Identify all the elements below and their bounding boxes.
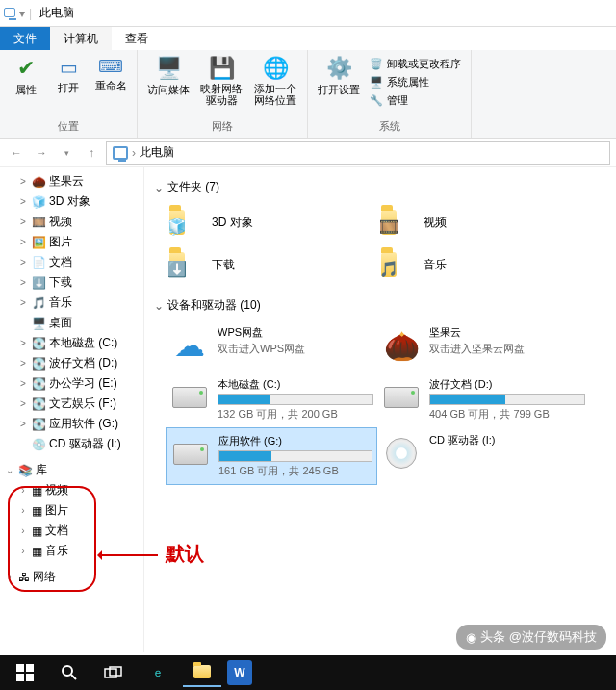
nav-tree: > 🌰 坚果云 > 🧊 3D 对象 > 🎞️ 视频 > 🖼️ 图片 > 📄 文档…: [0, 167, 144, 652]
recent-dropdown[interactable]: ▾: [56, 142, 77, 164]
drive-item[interactable]: 🌰 坚果云 双击进入坚果云网盘: [377, 319, 589, 371]
expand-icon[interactable]: ›: [17, 525, 29, 537]
expand-icon[interactable]: >: [17, 176, 29, 188]
folder-item[interactable]: 🧊 3D 对象: [166, 201, 377, 243]
tree-item[interactable]: 💿 CD 驱动器 (I:): [0, 434, 143, 454]
tree-item[interactable]: > 💽 本地磁盘 (C:): [0, 333, 143, 353]
tree-item[interactable]: > 🌰 坚果云: [0, 171, 143, 192]
tree-item[interactable]: > 📄 文档: [0, 252, 143, 272]
tree-item[interactable]: > 🖼️ 图片: [0, 232, 143, 252]
ribbon: ✔ 属性 ▭ 打开 ⌨ 重命名 位置 🖥️ 访问媒体 💾 映射网络驱动器: [0, 50, 616, 139]
ribbon-tabs: 文件 计算机 查看: [0, 27, 616, 50]
drive-item[interactable]: 本地磁盘 (C:) 132 GB 可用，共 200 GB: [166, 371, 377, 427]
expand-icon[interactable]: >: [17, 338, 29, 349]
expand-icon[interactable]: >: [17, 419, 29, 430]
expand-icon[interactable]: >: [17, 358, 29, 370]
rename-button[interactable]: ⌨ 重命名: [92, 54, 129, 99]
disk-icon: [169, 377, 210, 418]
start-button[interactable]: [6, 658, 44, 687]
tree-item[interactable]: > 🎵 音乐: [0, 293, 143, 313]
video-icon: 🎞️: [32, 216, 46, 229]
drive-item[interactable]: 波仔文档 (D:) 404 GB 可用，共 799 GB: [377, 371, 589, 427]
drive-subtext: 132 GB 可用，共 200 GB: [218, 407, 373, 422]
add-location-button[interactable]: 🌐 添加一个网络位置: [251, 54, 299, 108]
tree-item[interactable]: > ⬇️ 下载: [0, 272, 143, 293]
properties-button[interactable]: ✔ 属性: [8, 54, 44, 99]
expand-icon[interactable]: >: [17, 378, 29, 390]
video-icon: 🎞️: [381, 205, 416, 240]
tab-computer[interactable]: 计算机: [50, 27, 112, 50]
expand-icon[interactable]: >: [17, 257, 29, 268]
expand-icon[interactable]: ›: [17, 485, 29, 497]
expand-icon[interactable]: ⌄: [4, 465, 15, 476]
qat-icon[interactable]: ▾: [19, 7, 25, 20]
open-settings-button[interactable]: ⚙️ 打开设置: [316, 54, 362, 109]
tab-file[interactable]: 文件: [0, 27, 50, 50]
expand-icon[interactable]: >: [17, 217, 29, 228]
expand-icon[interactable]: >: [17, 398, 29, 410]
wps-button[interactable]: W: [227, 660, 252, 685]
drive-icon: 💽: [32, 418, 46, 431]
tab-view[interactable]: 查看: [112, 27, 162, 50]
sysprops-button[interactable]: 🖥️系统属性: [368, 74, 463, 90]
breadcrumb[interactable]: 此电脑: [140, 144, 174, 161]
drive-item[interactable]: ☁ WPS网盘 双击进入WPS网盘: [166, 319, 377, 371]
tree-library-item[interactable]: › ▦ 视频: [0, 480, 143, 500]
folder-item[interactable]: ⬇️ 下载: [166, 243, 377, 286]
svg-point-4: [63, 666, 72, 676]
drive-subtext: 161 GB 可用，共 245 GB: [218, 464, 372, 478]
drive-item[interactable]: CD 驱动器 (I:): [377, 427, 589, 485]
tree-library-item[interactable]: › ▦ 图片: [0, 500, 143, 521]
expand-icon[interactable]: [17, 318, 29, 329]
lib-icon: 📚: [18, 464, 33, 477]
search-button[interactable]: [50, 658, 89, 687]
expand-icon[interactable]: >: [17, 196, 29, 208]
tree-item[interactable]: 🖥️ 桌面: [0, 313, 143, 333]
edge-button[interactable]: ｅ: [139, 658, 177, 687]
address-bar: ← → ▾ ↑ › 此电脑: [0, 139, 616, 167]
media-icon: 🖥️: [156, 56, 182, 81]
section-folders[interactable]: ⌄ 文件夹 (7): [148, 175, 612, 199]
tree-label: 波仔文档 (D:): [49, 355, 117, 371]
tree-item[interactable]: > 💽 文艺娱乐 (F:): [0, 394, 143, 414]
tree-item[interactable]: > 💽 波仔文档 (D:): [0, 353, 143, 373]
tree-item[interactable]: > 🧊 3D 对象: [0, 192, 143, 212]
media-button[interactable]: 🖥️ 访问媒体: [145, 54, 192, 108]
tree-label: 库: [36, 462, 47, 478]
group-location-label: 位置: [8, 119, 129, 134]
tree-item[interactable]: > 🎞️ 视频: [0, 212, 143, 232]
manage-button[interactable]: 🔧管理: [368, 92, 463, 109]
content-pane: ⌄ 文件夹 (7) 🧊 3D 对象 🎞️ 视频 ⬇️ 下载 🎵 音乐 ⌄ 设备和…: [144, 167, 616, 652]
tree-label: 图片: [45, 502, 68, 519]
expand-icon[interactable]: >: [17, 277, 29, 289]
expand-icon[interactable]: ›: [4, 572, 15, 583]
group-network-label: 网络: [145, 119, 299, 134]
expand-icon[interactable]: ›: [17, 505, 29, 517]
tree-library[interactable]: ⌄ 📚库: [0, 460, 143, 480]
explorer-button[interactable]: [183, 658, 221, 687]
map-drive-button[interactable]: 💾 映射网络驱动器: [197, 54, 245, 108]
tree-item[interactable]: > 💽 应用软件 (G:): [0, 414, 143, 434]
drive-item[interactable]: 应用软件 (G:) 161 GB 可用，共 245 GB: [166, 427, 377, 485]
expand-icon[interactable]: >: [17, 297, 29, 309]
music-icon: 🎵: [32, 296, 46, 310]
folder-item[interactable]: 🎞️ 视频: [377, 201, 589, 243]
uninstall-button[interactable]: 🗑️卸载或更改程序: [368, 56, 463, 72]
expand-icon[interactable]: ›: [17, 546, 29, 557]
up-button[interactable]: ↑: [81, 142, 102, 164]
expand-icon[interactable]: >: [17, 237, 29, 248]
taskview-button[interactable]: [94, 658, 133, 687]
tree-item[interactable]: > 💽 办公学习 (E:): [0, 373, 143, 394]
tree-library-item[interactable]: › ▦ 文档: [0, 521, 143, 541]
tree-library-item[interactable]: › ▦ 音乐: [0, 541, 143, 561]
tree-network[interactable]: › 🖧网络: [0, 567, 143, 587]
address-path[interactable]: › 此电脑: [106, 141, 610, 165]
expand-icon[interactable]: [17, 439, 29, 450]
section-drives[interactable]: ⌄ 设备和驱动器 (10): [148, 294, 612, 318]
open-button[interactable]: ▭ 打开: [50, 54, 87, 99]
back-button[interactable]: ←: [6, 142, 27, 164]
folder-item[interactable]: 🎵 音乐: [377, 243, 589, 286]
forward-button[interactable]: →: [31, 142, 52, 164]
lib-icon: ▦: [32, 484, 42, 498]
svg-rect-3: [26, 674, 34, 681]
